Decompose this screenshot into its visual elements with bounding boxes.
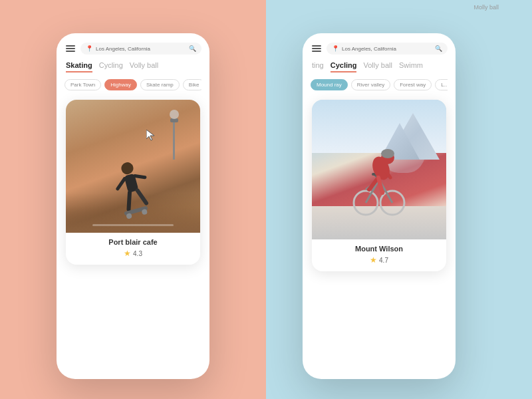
right-rating-value: 4.7 — [379, 257, 388, 264]
svg-rect-9 — [173, 120, 175, 160]
rating-value: 4.3 — [133, 250, 142, 257]
right-hamburger-icon[interactable] — [311, 44, 323, 53]
left-filter-row: Park Town Highway Skate ramp Bike — [65, 79, 201, 90]
left-search-bar[interactable]: 📍 🔍 — [80, 43, 201, 55]
chip-forest-way[interactable]: Forest way — [394, 79, 432, 90]
svg-point-23 — [381, 149, 394, 158]
svg-line-2 — [116, 179, 127, 189]
left-background: 📍 🔍 Skating Cycling Volly ball Park Town… — [0, 0, 266, 399]
right-filter-row: Mound ray River valley Forest way L... — [311, 79, 448, 90]
hamburger-icon[interactable] — [65, 44, 76, 53]
right-nav-tabs: ting Cycling Volly ball Swimm — [311, 61, 448, 72]
svg-line-3 — [135, 174, 145, 180]
right-search-input[interactable] — [342, 46, 432, 52]
left-card[interactable]: Port blair cafe ★ 4.3 — [66, 100, 200, 265]
left-phone: 📍 🔍 Skating Cycling Volly ball Park Town… — [57, 33, 209, 379]
road-line — [92, 224, 173, 226]
right-topbar: 📍 🔍 — [311, 43, 448, 55]
right-tab-swimming[interactable]: Swimm — [399, 61, 423, 72]
right-background: Molly ball 📍 🔍 ting Cycling Volly ball S… — [266, 0, 532, 399]
chip-skate-ramp[interactable]: Skate ramp — [140, 79, 180, 90]
right-star-icon: ★ — [370, 255, 377, 265]
left-card-body: Port blair cafe ★ 4.3 — [66, 233, 200, 265]
molly-ball-text: Molly ball — [473, 4, 499, 11]
tab-volleyball[interactable]: Volly ball — [130, 61, 158, 72]
svg-line-26 — [378, 178, 382, 193]
chip-highway[interactable]: Highway — [104, 79, 137, 90]
right-tab-volleyball[interactable]: Volly ball — [363, 61, 392, 72]
chip-last[interactable]: L... — [435, 79, 448, 90]
right-card[interactable]: Mount Wilson ★ 4.7 — [312, 100, 446, 271]
right-phone: 📍 🔍 ting Cycling Volly ball Swimm Mound … — [303, 33, 456, 379]
pin-icon: 📍 — [86, 45, 93, 52]
skater-image — [66, 100, 200, 233]
left-card-title: Port blair cafe — [72, 238, 194, 246]
right-card-body: Mount Wilson ★ 4.7 — [312, 239, 446, 271]
right-tab-cycling[interactable]: Cycling — [331, 61, 357, 72]
tab-skating[interactable]: Skating — [66, 61, 92, 72]
cyclist-figure — [349, 130, 409, 223]
tab-cycling[interactable]: Cycling — [99, 61, 123, 72]
right-card-title: Mount Wilson — [319, 245, 440, 253]
search-icon[interactable]: 🔍 — [189, 45, 196, 52]
right-pin-icon: 📍 — [332, 45, 339, 52]
chip-bike[interactable]: Bike — [183, 79, 201, 90]
svg-point-0 — [120, 161, 134, 176]
svg-line-4 — [124, 192, 134, 209]
chip-river-valley[interactable]: River valley — [351, 79, 390, 90]
street-light — [167, 106, 180, 160]
svg-line-5 — [138, 189, 146, 204]
left-topbar: 📍 🔍 — [65, 43, 201, 55]
left-card-rating: ★ 4.3 — [72, 249, 194, 258]
chip-park-town[interactable]: Park Town — [65, 79, 101, 90]
cyclist-image — [312, 100, 446, 239]
right-search-bar[interactable]: 📍 🔍 — [327, 43, 448, 55]
right-tab-skating[interactable]: ting — [312, 61, 324, 72]
star-icon: ★ — [124, 249, 131, 258]
left-nav-tabs: Skating Cycling Volly ball — [65, 61, 201, 72]
right-search-icon[interactable]: 🔍 — [435, 45, 442, 52]
right-card-rating: ★ 4.7 — [319, 255, 440, 265]
left-search-input[interactable] — [96, 46, 186, 52]
svg-point-11 — [170, 110, 179, 119]
chip-mound-ray[interactable]: Mound ray — [311, 79, 348, 90]
